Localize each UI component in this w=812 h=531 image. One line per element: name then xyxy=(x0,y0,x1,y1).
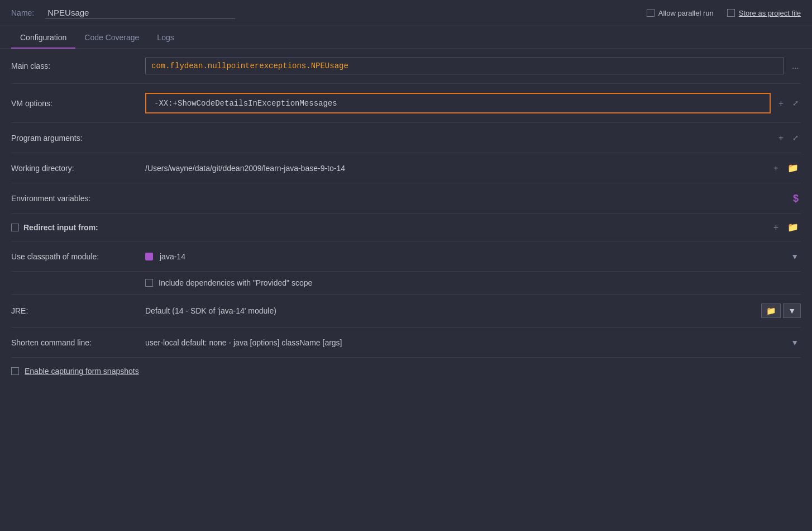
environment-variables-label: Environment variables: xyxy=(11,194,145,203)
classpath-module-dropdown-button[interactable]: ▼ xyxy=(789,252,801,262)
include-dependencies-checkbox[interactable] xyxy=(145,279,153,287)
program-arguments-row: Program arguments: + ⤢ xyxy=(11,123,801,153)
jre-actions: 📁 ▼ xyxy=(761,304,801,318)
classpath-module-value-wrap: java-14 xyxy=(145,252,783,261)
tab-logs[interactable]: Logs xyxy=(148,26,183,49)
vm-options-input-box[interactable]: -XX:+ShowCodeDetailsInExceptionMessages xyxy=(145,93,771,113)
vm-options-plus-button[interactable]: + xyxy=(776,98,786,109)
environment-variables-row: Environment variables: $ xyxy=(11,183,801,214)
module-icon xyxy=(145,253,153,260)
working-directory-actions: + 📁 xyxy=(771,163,801,174)
allow-parallel-label: Allow parallel run xyxy=(658,9,714,17)
program-arguments-plus-button[interactable]: + xyxy=(776,132,786,144)
shorten-command-line-row: Shorten command line: user-local default… xyxy=(11,328,801,358)
working-directory-label: Working directory: xyxy=(11,164,145,173)
working-directory-folder-button[interactable]: 📁 xyxy=(785,163,801,174)
enable-capturing-label: Enable capturing form snapshots xyxy=(25,367,139,376)
name-label: Name: xyxy=(11,8,34,17)
vm-options-row: VM options: -XX:+ShowCodeDetailsInExcept… xyxy=(11,84,801,123)
shorten-command-line-dropdown-button[interactable]: ▼ xyxy=(789,338,801,348)
store-project-checkbox[interactable] xyxy=(727,9,735,17)
include-dependencies-label: Include dependencies with "Provided" sco… xyxy=(159,278,312,287)
redirect-plus-button[interactable]: + xyxy=(771,222,781,233)
main-class-label: Main class: xyxy=(11,61,145,70)
shorten-command-line-actions: ▼ xyxy=(789,338,801,348)
redirect-checkbox[interactable] xyxy=(11,224,19,231)
shorten-command-line-value: user-local default: none - java [options… xyxy=(145,338,783,347)
store-project-group: Store as project file xyxy=(727,9,801,17)
header-right: Allow parallel run Store as project file xyxy=(647,9,801,17)
configuration-content: Main class: com.flydean.nullpointerexcep… xyxy=(0,49,812,385)
jre-label: JRE: xyxy=(11,306,145,315)
tabs-bar: Configuration Code Coverage Logs xyxy=(0,26,812,49)
environment-variables-actions: $ xyxy=(791,192,801,205)
working-directory-plus-button[interactable]: + xyxy=(771,163,781,174)
vm-options-wrap: -XX:+ShowCodeDetailsInExceptionMessages xyxy=(145,93,771,113)
name-input[interactable] xyxy=(45,7,235,19)
classpath-module-value: java-14 xyxy=(160,252,185,261)
main-class-ellipsis-button[interactable]: ... xyxy=(790,61,801,70)
classpath-module-row: Use classpath of module: java-14 ▼ xyxy=(11,241,801,272)
jre-value: Default (14 - SDK of 'java-14' module) xyxy=(145,306,756,315)
tab-code-coverage[interactable]: Code Coverage xyxy=(75,26,148,49)
jre-folder-button[interactable]: 📁 xyxy=(761,304,781,318)
enable-capturing-row: Enable capturing form snapshots xyxy=(11,358,801,385)
program-arguments-expand-button[interactable]: ⤢ xyxy=(790,133,801,143)
redirect-folder-button[interactable]: 📁 xyxy=(785,222,801,233)
store-project-label: Store as project file xyxy=(739,9,801,17)
header-bar: Name: Allow parallel run Store as projec… xyxy=(0,0,812,26)
main-class-input-wrap[interactable]: com.flydean.nullpointerexceptions.NPEUsa… xyxy=(145,58,784,74)
vm-options-expand-button[interactable]: ⤢ xyxy=(790,98,801,108)
enable-capturing-checkbox[interactable] xyxy=(11,367,19,375)
jre-dropdown-button[interactable]: ▼ xyxy=(783,304,801,318)
main-class-actions: ... xyxy=(790,61,801,70)
tab-configuration[interactable]: Configuration xyxy=(11,26,75,49)
main-class-row: Main class: com.flydean.nullpointerexcep… xyxy=(11,49,801,84)
redirect-checkbox-wrap: Redirect input from: xyxy=(11,223,145,232)
shorten-command-line-label: Shorten command line: xyxy=(11,338,145,347)
environment-variables-dollar-icon[interactable]: $ xyxy=(791,192,801,205)
redirect-label: Redirect input from: xyxy=(23,223,98,232)
program-arguments-actions: + ⤢ xyxy=(776,132,801,144)
allow-parallel-group: Allow parallel run xyxy=(647,9,714,17)
main-class-value: com.flydean.nullpointerexceptions.NPEUsa… xyxy=(151,61,778,70)
vm-options-actions: + ⤢ xyxy=(776,98,801,109)
vm-options-label: VM options: xyxy=(11,99,145,108)
classpath-module-actions: ▼ xyxy=(789,252,801,262)
include-dependencies-row: Include dependencies with "Provided" sco… xyxy=(11,272,801,295)
redirect-actions: + 📁 xyxy=(771,222,801,233)
allow-parallel-checkbox[interactable] xyxy=(647,9,655,17)
program-arguments-label: Program arguments: xyxy=(11,134,145,143)
redirect-input-row: Redirect input from: + 📁 xyxy=(11,214,801,241)
working-directory-row: Working directory: /Users/wayne/data/git… xyxy=(11,153,801,183)
working-directory-value: /Users/wayne/data/git/ddean2009/learn-ja… xyxy=(145,164,766,173)
jre-row: JRE: Default (14 - SDK of 'java-14' modu… xyxy=(11,295,801,328)
classpath-module-label: Use classpath of module: xyxy=(11,252,145,261)
vm-options-value: -XX:+ShowCodeDetailsInExceptionMessages xyxy=(154,99,337,108)
